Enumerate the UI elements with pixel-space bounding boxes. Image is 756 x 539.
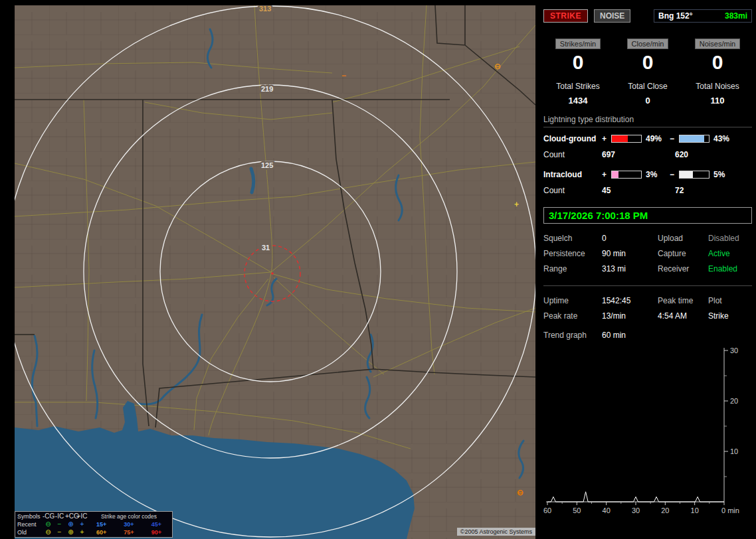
strike-marker: ⊖ <box>517 488 523 497</box>
strike-marker: + <box>514 200 519 209</box>
close-per-min-value: 0 <box>614 52 681 72</box>
age-15: 15+ <box>96 521 106 528</box>
pos-ic-old-icon: + <box>76 529 88 536</box>
pos-ic-recent-icon: + <box>76 521 88 528</box>
trend-graph-label: Trend graph <box>543 331 602 340</box>
peak-rate-label: Peak rate <box>543 311 602 321</box>
pos-cg-old-icon: ⊕ <box>65 529 76 536</box>
cg-count-label: Count <box>543 150 602 159</box>
cloud-ground-row: Cloud-ground + 49% − 43% <box>543 134 752 143</box>
legend-old-row: Old ⊖ − ⊕ + 60+ 75+ 90+ <box>17 528 170 536</box>
strikes-per-min-label: Strikes/min <box>555 38 601 49</box>
minus-sign: − <box>670 134 679 143</box>
legend-col-pos-ic: +IC <box>76 513 88 520</box>
cg-negative-bar <box>679 135 709 143</box>
svg-text:50: 50 <box>573 506 581 514</box>
total-close-value: 0 <box>614 96 681 106</box>
legend-recent-row: Recent ⊖ − ⊕ + 15+ 30+ 45+ <box>17 520 170 528</box>
peak-time-value: 4:54 AM <box>658 311 708 321</box>
total-strikes-label: Total Strikes <box>545 82 611 91</box>
map-legend: Symbols -CG -IC +CG +IC Strike age color… <box>15 511 173 538</box>
uptime-label: Uptime <box>543 296 602 305</box>
trend-graph-header: Trend graph 60 min <box>543 331 752 340</box>
age-60: 60+ <box>96 529 106 536</box>
close-per-min-counter: Close/min 0 Total Close 0 <box>614 38 681 106</box>
cg-negative-count: 620 <box>670 150 752 159</box>
neg-cg-recent-icon: ⊖ <box>43 521 54 528</box>
ic-count-label: Count <box>543 186 602 195</box>
upload-value: Disabled <box>708 234 752 243</box>
neg-ic-old-icon: − <box>54 529 65 536</box>
minus-sign: − <box>670 170 679 179</box>
svg-text:0 min: 0 min <box>721 506 739 514</box>
ic-negative-pct: 5% <box>711 170 752 179</box>
strikes-per-min-counter: Strikes/min 0 Total Strikes 1434 <box>545 38 611 106</box>
rate-counters: Strikes/min 0 Total Strikes 1434 Close/m… <box>545 38 751 106</box>
bearing-value: Bng 152° <box>658 11 692 21</box>
noise-button[interactable]: NOISE <box>594 9 630 23</box>
noises-per-min-value: 0 <box>684 52 751 72</box>
receiver-label: Receiver <box>658 264 708 273</box>
ring-label-313: 313 <box>259 5 271 13</box>
capture-label: Capture <box>658 249 708 258</box>
plus-sign: + <box>602 170 611 179</box>
ic-positive-pct: 3% <box>643 170 670 179</box>
receiver-value: Enabled <box>708 264 752 273</box>
range-label: Range <box>543 264 602 273</box>
plot-label: Plot <box>708 296 752 305</box>
cg-positive-count: 697 <box>602 150 670 159</box>
svg-text:20: 20 <box>730 397 738 405</box>
svg-text:40: 40 <box>603 506 611 514</box>
ring-label-31: 31 <box>262 244 270 252</box>
cg-positive-pct: 49% <box>643 134 670 143</box>
receiver-settings: Squelch 0 Upload Disabled Persistence 90… <box>543 234 752 273</box>
persistence-label: Persistence <box>543 249 602 258</box>
legend-header-row: Symbols -CG -IC +CG +IC Strike age color… <box>17 512 170 520</box>
legend-old-label: Old <box>17 529 43 536</box>
status-panel: STRIKE NOISE Bng 152° 383mi Strikes/min … <box>539 0 756 539</box>
noises-per-min-label: Noises/min <box>695 38 740 49</box>
ring-label-219: 219 <box>261 85 273 93</box>
peak-rate-value: 13/min <box>602 311 658 321</box>
strikes-per-min-value: 0 <box>545 52 611 72</box>
ic-positive-bar <box>611 171 642 179</box>
neg-cg-old-icon: ⊖ <box>43 529 54 536</box>
intracloud-label: Intracloud <box>543 170 602 179</box>
intracloud-row: Intracloud + 3% − 5% <box>543 170 752 179</box>
age-45: 45+ <box>151 521 161 528</box>
cloud-ground-label: Cloud-ground <box>543 134 602 143</box>
cg-negative-pct: 43% <box>711 134 752 143</box>
age-90: 90+ <box>151 529 161 536</box>
bearing-box: Bng 152° 383mi <box>654 9 752 23</box>
svg-text:30: 30 <box>730 346 738 354</box>
plus-sign: + <box>602 134 611 143</box>
squelch-label: Squelch <box>543 234 602 243</box>
receiver-location-dot <box>271 272 274 275</box>
strike-button[interactable]: STRIKE <box>543 9 588 23</box>
total-strikes-value: 1434 <box>545 96 611 106</box>
ic-negative-count: 72 <box>670 186 752 195</box>
trend-graph-window: 60 min <box>602 331 752 340</box>
distribution-title: Lightning type distribution <box>543 115 752 127</box>
svg-text:30: 30 <box>632 506 640 514</box>
svg-text:10: 10 <box>730 447 738 455</box>
legend-col-neg-cg: -CG <box>43 513 54 520</box>
range-value: 313 mi <box>602 264 658 273</box>
cloud-ground-count-row: Count 697 620 <box>543 150 752 159</box>
noises-per-min-counter: Noises/min 0 Total Noises 110 <box>684 38 751 106</box>
svg-text:20: 20 <box>661 506 669 514</box>
total-close-label: Total Close <box>614 82 681 91</box>
lightning-map[interactable]: 313 219 125 31 ⊖ − + ⊖ Symbols -CG -IC +… <box>15 5 535 539</box>
ring-label-125: 125 <box>261 161 273 169</box>
session-stats: Uptime 1542:45 Peak time Plot Peak rate … <box>543 296 752 321</box>
date-time-display: 3/17/2026 7:00:18 PM <box>543 207 752 224</box>
legend-recent-label: Recent <box>17 521 43 528</box>
legend-col-pos-cg: +CG <box>65 513 76 520</box>
strike-marker: − <box>341 71 346 80</box>
squelch-value: 0 <box>602 234 658 243</box>
capture-value: Active <box>708 249 752 258</box>
age-30: 30+ <box>124 521 134 528</box>
legend-col-neg-ic: -IC <box>54 513 65 520</box>
svg-text:60: 60 <box>543 506 551 514</box>
total-noises-label: Total Noises <box>684 82 751 91</box>
